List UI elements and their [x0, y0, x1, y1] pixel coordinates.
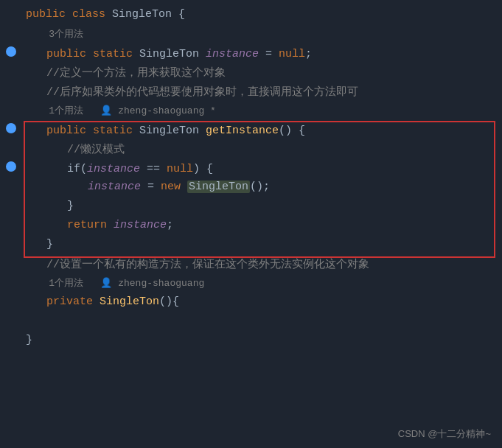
line-content: //定义一个方法，用来获取这个对象	[22, 66, 502, 80]
token: static	[93, 48, 139, 60]
token: instance	[88, 181, 141, 193]
code-line: if(instance == null) {	[0, 161, 502, 180]
line-content: private SingleTon(){	[22, 295, 502, 308]
token: SingleTon	[139, 125, 206, 137]
code-line: private SingleTon(){	[0, 295, 502, 314]
token: ) {	[193, 163, 213, 175]
line-content: //懒汉模式	[22, 142, 502, 156]
token: public	[46, 48, 93, 60]
token: return	[67, 219, 114, 231]
token: }	[67, 200, 74, 212]
line-content: }	[22, 334, 502, 346]
line-content: 1个用法 👤 zheng-shaoguang	[22, 276, 502, 290]
line-content: }	[22, 238, 502, 251]
code-line: }	[0, 333, 502, 352]
token: if(	[67, 163, 87, 175]
token: instance	[114, 219, 167, 231]
code-editor: public class SingleTon { 3个用法public stat…	[0, 0, 502, 360]
token: //后序如果类外的代码想要使用对象时，直接调用这个方法即可	[46, 86, 358, 99]
token: =	[141, 181, 161, 193]
line-content: 1个用法 👤 zheng-shaoguang *	[22, 104, 502, 117]
token: SingleTon	[139, 48, 206, 60]
meta-text: 3个用法	[26, 29, 83, 40]
token: public	[26, 8, 72, 21]
code-line: public static SingleTon getInstance() {	[0, 122, 502, 141]
token: SingleTon {	[112, 8, 185, 21]
code-line	[0, 314, 502, 333]
token: () {	[279, 125, 305, 137]
meta-text: 1个用法 👤 zheng-shaoguang	[26, 278, 204, 289]
token: (){	[159, 295, 179, 308]
line-content: instance = new SingleTon();	[22, 181, 502, 193]
token: public	[46, 125, 93, 137]
line-content	[22, 315, 502, 327]
line-content: public static SingleTon instance = null;	[22, 48, 502, 60]
token: //设置一个私有的构造方法，保证在这个类外无法实例化这个对象	[46, 259, 369, 271]
line-content: public class SingleTon {	[22, 8, 502, 21]
code-line: return instance;	[0, 218, 502, 237]
code-line: 1个用法 👤 zheng-shaoguang *	[0, 103, 502, 122]
token: getInstance	[206, 125, 279, 137]
code-line: }	[0, 237, 502, 256]
token: //懒汉模式	[67, 144, 125, 156]
code-line: //后序如果类外的代码想要使用对象时，直接调用这个方法即可	[0, 84, 502, 103]
token: null	[167, 163, 193, 175]
line-content: return instance;	[22, 219, 502, 231]
watermark: CSDN @十二分精神~	[398, 427, 491, 441]
line-content: //设置一个私有的构造方法，保证在这个类外无法实例化这个对象	[22, 257, 502, 271]
code-line: 3个用法	[0, 27, 502, 46]
code-line: 1个用法 👤 zheng-shaoguang	[0, 276, 502, 295]
token: ==	[140, 163, 167, 175]
line-content: //后序如果类外的代码想要使用对象时，直接调用这个方法即可	[22, 85, 502, 99]
code-line: //定义一个方法，用来获取这个对象	[0, 65, 502, 84]
code-line: }	[0, 199, 502, 218]
meta-text: 1个用法 👤 zheng-shaoguang *	[26, 105, 216, 116]
token: =	[259, 48, 279, 60]
token: SingleTon	[100, 295, 159, 308]
code-line: public class SingleTon {	[0, 7, 502, 27]
code-line: public static SingleTon instance = null;	[0, 46, 502, 65]
token: }	[46, 238, 53, 251]
token: instance	[206, 48, 259, 60]
code-line: //设置一个私有的构造方法，保证在这个类外无法实例化这个对象	[0, 256, 502, 276]
gutter-dot-icon	[6, 46, 16, 57]
gutter-dot-icon	[6, 123, 16, 133]
token: }	[26, 334, 32, 346]
gutter	[0, 161, 22, 172]
line-content: 3个用法	[22, 27, 502, 41]
line-content: public static SingleTon getInstance() {	[22, 125, 502, 137]
gutter	[0, 46, 22, 57]
token: ;	[167, 219, 173, 231]
token: new	[161, 181, 187, 193]
token: instance	[87, 163, 140, 175]
token: //定义一个方法，用来获取这个对象	[46, 67, 226, 80]
code-line: instance = new SingleTon();	[0, 180, 502, 199]
token: ;	[305, 48, 312, 60]
token: SingleTon	[187, 181, 250, 193]
gutter-dot-icon	[6, 161, 16, 172]
token: static	[93, 125, 139, 137]
code-line: //懒汉模式	[0, 141, 502, 161]
token: private	[46, 295, 100, 308]
token: class	[72, 8, 112, 21]
line-content: }	[22, 200, 502, 212]
gutter	[0, 123, 22, 133]
token: null	[279, 48, 305, 60]
token: ();	[250, 181, 270, 193]
line-content: if(instance == null) {	[22, 163, 502, 175]
